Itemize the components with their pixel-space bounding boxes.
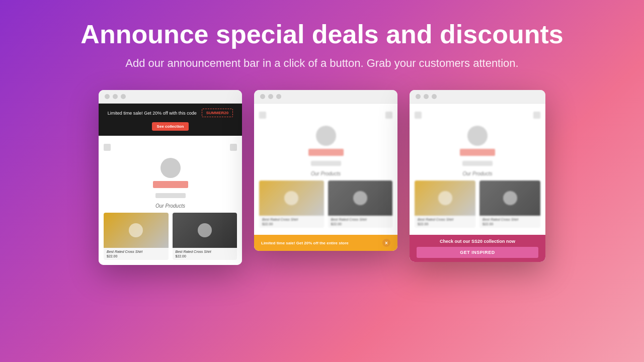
browser-titlebar-left (99, 90, 242, 104)
products-heading-middle: Our Products (259, 171, 392, 176)
product-card-1: Best Rated Cross Shirt $22.00 (104, 213, 169, 260)
product-name-m2: Best Rated Cross Shirt (331, 218, 390, 221)
browser-dot-m2 (268, 94, 273, 99)
browser-dot-2 (113, 94, 118, 99)
product-name-m1: Best Rated Cross Shirt (262, 218, 321, 221)
product-circle-1 (129, 223, 143, 237)
store-content-right: Our Products Best Rated Cross Shirt $22.… (410, 104, 545, 233)
mockup-right: Our Products Best Rated Cross Shirt $22.… (410, 90, 545, 262)
product-price-1: $22.00 (107, 254, 166, 258)
store-menu-bar (155, 193, 186, 198)
product-card-2: Best Rated Cross Shirt $22.00 (173, 213, 237, 260)
nav-icon-left (104, 144, 111, 151)
browser-dot-r1 (416, 94, 421, 99)
product-circle-r1 (438, 191, 452, 205)
nav-icon-right (230, 144, 237, 151)
store-logo-text-right (460, 149, 495, 156)
product-name-r2: Best Rated Cross Shirt (482, 218, 537, 221)
bottom-banner-orange: Limited time sale! Get 20% off the entir… (254, 235, 397, 251)
banner-orange-text: Limited time sale! Get 20% off the entir… (261, 241, 349, 245)
product-card-r2: Best Rated Cross Shirt $22.00 (479, 180, 540, 228)
banner-pink-title: Check out our SS20 collection now (417, 239, 538, 244)
see-collection-button[interactable]: See collection (152, 122, 189, 131)
product-circle-2 (198, 223, 212, 237)
store-logo-area (104, 158, 237, 188)
browser-dot-m3 (276, 94, 281, 99)
store-logo-circle (160, 158, 181, 178)
store-logo-circle-right (467, 126, 488, 146)
product-info-m2: Best Rated Cross Shirt $22.00 (328, 216, 393, 228)
store-logo-text (153, 181, 188, 188)
product-image-2 (173, 213, 237, 248)
product-card-m2: Best Rated Cross Shirt $22.00 (328, 180, 393, 228)
product-price-2: $22.00 (176, 254, 234, 258)
store-content-left: Our Products Best Rated Cross Shirt $22.… (99, 136, 242, 265)
store-content-middle: Our Products Best Rated Cross Shirt $22.… (254, 104, 397, 233)
page-title: Announce special deals and discounts (80, 20, 563, 49)
get-inspired-button[interactable]: GET INSPIRED (417, 247, 538, 258)
store-menu-bar-right (462, 161, 493, 166)
product-image-r1 (415, 180, 475, 216)
page-subtitle: Add our announcement bar in a click of a… (80, 57, 563, 70)
products-grid-right: Best Rated Cross Shirt $22.00 Best Rated… (415, 180, 540, 228)
announcement-text: Limited time sale! Get 20% off with this… (108, 111, 197, 116)
products-grid-left: Best Rated Cross Shirt $22.00 Best Rated… (104, 213, 237, 260)
store-menu-bar-middle (311, 161, 341, 166)
product-image-m2 (328, 180, 393, 216)
browser-titlebar-right (410, 90, 545, 104)
coupon-code: SUMMER20 (202, 109, 233, 117)
nav-icon-m-left (259, 112, 266, 119)
browser-dot-r2 (424, 94, 429, 99)
product-card-r1: Best Rated Cross Shirt $22.00 (415, 180, 475, 228)
product-name-2: Best Rated Cross Shirt (176, 250, 234, 253)
product-image-r2 (479, 180, 540, 216)
browser-dot-3 (121, 94, 126, 99)
product-image-1 (104, 213, 169, 248)
product-info-1: Best Rated Cross Shirt $22.00 (104, 248, 169, 260)
product-price-m2: $22.00 (331, 222, 390, 226)
product-info-2: Best Rated Cross Shirt $22.00 (173, 248, 237, 260)
mockup-left: Limited time sale! Get 20% off with this… (99, 90, 242, 265)
product-card-m1: Best Rated Cross Shirt $22.00 (259, 180, 324, 228)
products-grid-middle: Best Rated Cross Shirt $22.00 Best Rated… (259, 180, 392, 228)
store-nav-left (104, 141, 237, 154)
product-price-r2: $22.00 (482, 222, 537, 226)
store-logo-text-middle (308, 149, 344, 156)
browser-titlebar-middle (254, 90, 397, 104)
store-logo-circle-middle (316, 126, 336, 146)
product-name-r1: Best Rated Cross Shirt (418, 218, 472, 221)
bottom-banner-pink: Check out our SS20 collection now GET IN… (410, 235, 545, 262)
top-announcement-bar: Limited time sale! Get 20% off with this… (99, 104, 242, 136)
product-circle-r2 (503, 191, 517, 205)
page-header: Announce special deals and discounts Add… (70, 0, 573, 80)
product-info-r1: Best Rated Cross Shirt $22.00 (415, 216, 475, 228)
nav-icon-m-right (385, 112, 392, 119)
store-logo-area-middle (259, 126, 392, 156)
mockups-container: Limited time sale! Get 20% off with this… (78, 90, 566, 265)
product-circle-m2 (353, 191, 367, 205)
product-name-1: Best Rated Cross Shirt (107, 250, 166, 253)
banner-close-button[interactable]: × (382, 239, 390, 247)
store-nav-right (415, 109, 540, 122)
nav-icon-r-right (533, 112, 540, 119)
product-info-r2: Best Rated Cross Shirt $22.00 (479, 216, 540, 228)
products-heading-left: Our Products (104, 203, 237, 209)
product-image-m1 (259, 180, 324, 216)
browser-dot-r3 (432, 94, 437, 99)
products-heading-right: Our Products (415, 171, 540, 176)
store-nav-middle (259, 109, 392, 122)
browser-dot-1 (105, 94, 110, 99)
product-price-m1: $22.00 (262, 222, 321, 226)
nav-icon-r-left (415, 112, 422, 119)
product-info-m1: Best Rated Cross Shirt $22.00 (259, 216, 324, 228)
product-price-r1: $22.00 (418, 222, 472, 226)
browser-dot-m1 (260, 94, 265, 99)
store-logo-area-right (415, 126, 540, 156)
mockup-middle: Our Products Best Rated Cross Shirt $22.… (254, 90, 397, 251)
product-circle-m1 (284, 191, 298, 205)
